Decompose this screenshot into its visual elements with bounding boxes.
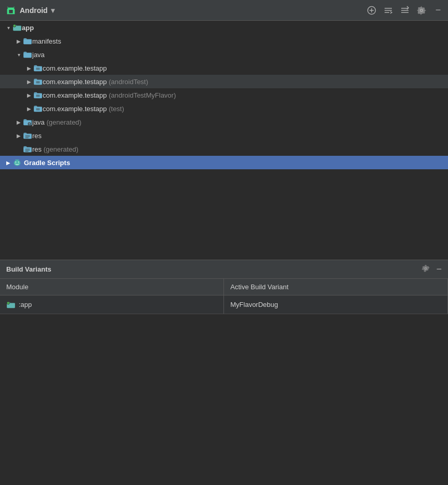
table-row: :app MyFlavorDebug bbox=[0, 295, 448, 314]
col-header-module: Module bbox=[0, 279, 224, 295]
gear-icon[interactable] bbox=[417, 6, 426, 15]
bv-gear-icon[interactable] bbox=[421, 264, 430, 275]
chevron-pkg1: ▶ bbox=[25, 64, 33, 72]
variant-cell[interactable]: MyFlavorDebug bbox=[224, 295, 448, 314]
svg-point-40 bbox=[7, 301, 9, 304]
folder-icon-res-gen bbox=[23, 145, 32, 153]
folder-icon-pkg1 bbox=[33, 64, 43, 72]
svg-point-23 bbox=[29, 123, 30, 125]
folder-icon-app bbox=[12, 24, 22, 31]
col-header-variant: Active Build Variant bbox=[224, 279, 448, 295]
tree-item-pkg2[interactable]: ▶ com.example.testapp (androidTest) bbox=[0, 75, 448, 88]
tree-item-manifests[interactable]: ▶ manifests bbox=[0, 34, 448, 48]
tree-item-pkg1[interactable]: ▶ com.example.testapp bbox=[0, 61, 448, 75]
build-variants-title: Build Variants bbox=[6, 265, 421, 273]
toolbar: Android ▾ bbox=[0, 0, 448, 21]
svg-point-10 bbox=[13, 24, 16, 27]
svg-rect-14 bbox=[36, 68, 40, 70]
app-label: app bbox=[22, 24, 34, 32]
svg-point-38 bbox=[18, 161, 19, 163]
folder-icon-manifests bbox=[23, 37, 32, 45]
chevron-java-gen: ▶ bbox=[15, 118, 23, 126]
tree-item-pkg4[interactable]: ▶ com.example.testapp (test) bbox=[0, 102, 448, 115]
chevron-pkg3: ▶ bbox=[25, 91, 33, 99]
tree-item-pkg3[interactable]: ▶ com.example.testapp (androidTestMyFlav… bbox=[0, 88, 448, 102]
tree-item-java[interactable]: ▾ java bbox=[0, 48, 448, 61]
chevron-java: ▾ bbox=[15, 50, 23, 59]
chevron-gradle: ▶ bbox=[4, 158, 12, 167]
svg-rect-18 bbox=[36, 95, 40, 97]
java-label: java bbox=[32, 51, 45, 59]
tree-item-res[interactable]: ▶ res bbox=[0, 129, 448, 142]
build-variants-header: Build Variants − bbox=[0, 260, 448, 279]
toolbar-title: Android ▾ bbox=[5, 5, 367, 16]
folder-icon-pkg2 bbox=[33, 78, 43, 85]
add-icon[interactable] bbox=[367, 6, 376, 15]
svg-rect-11 bbox=[23, 39, 32, 45]
svg-rect-16 bbox=[36, 81, 40, 83]
sync-icon[interactable] bbox=[384, 6, 393, 15]
collapse-icon[interactable] bbox=[400, 6, 410, 15]
bv-header-icons: − bbox=[421, 264, 442, 275]
chevron-res: ▶ bbox=[15, 131, 23, 140]
folder-icon-java-gen bbox=[23, 118, 32, 126]
folder-icon-java bbox=[23, 51, 32, 58]
svg-rect-12 bbox=[23, 53, 32, 58]
build-variants-table: Module Active Build Variant :app bbox=[0, 279, 448, 314]
bv-minimize-icon[interactable]: − bbox=[436, 264, 442, 275]
pkg2-label: com.example.testapp (androidTest) bbox=[43, 78, 148, 86]
gradle-scripts-label: Gradle Scripts bbox=[24, 159, 70, 167]
module-cell: :app bbox=[0, 295, 224, 314]
svg-point-36 bbox=[14, 160, 21, 166]
pkg3-label: com.example.testapp (androidTestMyFlavor… bbox=[43, 91, 176, 99]
tree-item-java-gen[interactable]: ▶ java (generated) bbox=[0, 115, 448, 129]
chevron-manifests: ▶ bbox=[15, 37, 23, 45]
chevron-app: ▾ bbox=[4, 23, 12, 32]
tree-item-res-gen[interactable]: ▶ res (generated) bbox=[0, 142, 448, 156]
module-folder-icon bbox=[6, 301, 16, 308]
manifests-label: manifests bbox=[32, 37, 61, 45]
svg-point-37 bbox=[15, 161, 16, 163]
res-gen-label: res (generated) bbox=[32, 145, 78, 153]
dropdown-chevron[interactable]: ▾ bbox=[51, 6, 55, 15]
toolbar-actions: − bbox=[367, 6, 443, 15]
variant-value: MyFlavorDebug bbox=[230, 301, 278, 308]
gradle-icon bbox=[12, 158, 22, 167]
pkg1-label: com.example.testapp bbox=[43, 64, 107, 72]
svg-rect-20 bbox=[36, 108, 40, 110]
chevron-pkg4: ▶ bbox=[25, 104, 33, 113]
java-gen-label: java (generated) bbox=[32, 118, 82, 126]
folder-icon-res bbox=[23, 132, 32, 139]
minimize-icon[interactable]: − bbox=[433, 6, 443, 15]
android-icon bbox=[5, 5, 17, 16]
view-label: Android bbox=[20, 6, 48, 15]
project-tree: ▾ app ▶ manifests ▾ java ▶ bbox=[0, 21, 448, 260]
chevron-pkg2: ▶ bbox=[25, 77, 33, 86]
folder-icon-pkg4 bbox=[33, 105, 43, 112]
build-variants-panel: Build Variants − Module Active Build Var… bbox=[0, 260, 448, 314]
tree-item-gradle-scripts[interactable]: ▶ Gradle Scripts bbox=[0, 156, 448, 169]
tree-item-app[interactable]: ▾ app bbox=[0, 21, 448, 34]
module-name: :app bbox=[19, 301, 32, 308]
bottom-area bbox=[0, 314, 448, 485]
res-label: res bbox=[32, 132, 42, 140]
folder-icon-pkg3 bbox=[33, 91, 43, 99]
pkg4-label: com.example.testapp (test) bbox=[43, 105, 124, 113]
